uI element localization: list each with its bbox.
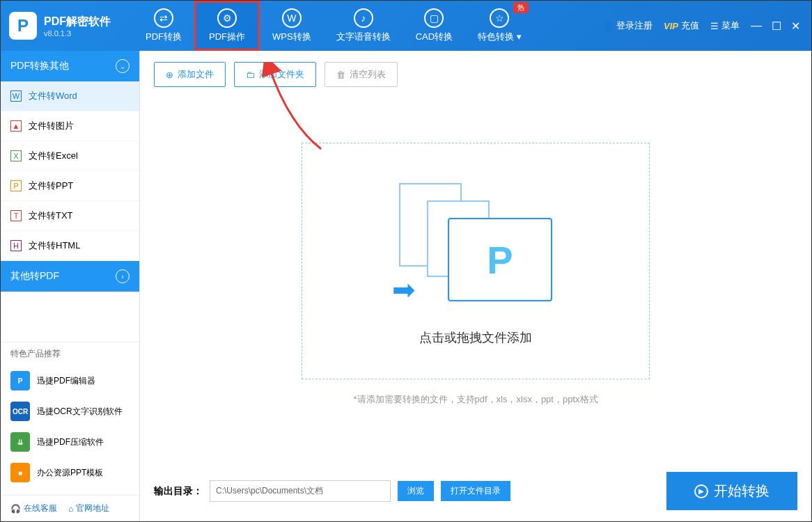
open-dir-button[interactable]: 打开文件目录 xyxy=(441,481,510,501)
promo-title: 特色产品推荐 xyxy=(1,342,139,365)
promo-compress[interactable]: ⇊ 迅捷PDF压缩软件 xyxy=(1,427,139,457)
excel-icon: X xyxy=(10,150,22,161)
folder-plus-icon: 🗀 xyxy=(246,70,255,80)
toolbar: ⊕ 添加文件 🗀 添加文件夹 🗑 清空列表 xyxy=(154,62,797,87)
sidebar-item-to-ppt[interactable]: P 文件转PPT xyxy=(1,171,139,201)
header-bar: P PDF解密软件 v8.0.1.3 ⇄ PDF转换 ⚙ PDF操作 W WPS… xyxy=(1,1,811,51)
bottom-bar: 输出目录： C:\Users\pc\Documents\文档 浏览 打开文件目录… xyxy=(154,461,797,510)
user-icon: 👤 xyxy=(602,21,614,31)
pdf-editor-icon: P xyxy=(10,371,30,390)
output-label: 输出目录： xyxy=(154,485,203,498)
star-icon: ☆ xyxy=(490,8,509,28)
sidebar-section-other-to-pdf[interactable]: 其他转PDF › xyxy=(1,261,139,292)
chevron-right-icon: › xyxy=(116,269,130,283)
add-folder-button[interactable]: 🗀 添加文件夹 xyxy=(234,62,316,87)
chevron-down-icon: ⌄ xyxy=(116,59,130,73)
nav-tab-pdf-convert[interactable]: ⇄ PDF转换 xyxy=(133,1,194,51)
nav-tab-wps[interactable]: W WPS转换 xyxy=(260,1,324,51)
close-button[interactable]: ✕ xyxy=(791,19,800,33)
drop-zone[interactable]: P ➡ 点击或拖拽文件添加 xyxy=(302,143,650,379)
word-icon: W xyxy=(10,90,22,102)
nav-tab-cad[interactable]: ▢ CAD转换 xyxy=(403,1,465,51)
gear-icon: ⚙ xyxy=(217,8,237,28)
app-version: v8.0.1.3 xyxy=(44,29,111,38)
minimize-button[interactable]: — xyxy=(751,19,762,33)
ocr-icon: OCR xyxy=(10,402,30,421)
arrow-right-icon: ➡ xyxy=(392,274,416,306)
promo-ppt-template[interactable]: ■ 办公资源PPT模板 xyxy=(1,457,139,488)
drop-text: 点击或拖拽文件添加 xyxy=(419,329,532,346)
sidebar-item-to-excel[interactable]: X 文件转Excel xyxy=(1,141,139,171)
drop-illustration: P ➡ xyxy=(392,176,559,315)
nav-tab-pdf-operate[interactable]: ⚙ PDF操作 xyxy=(194,1,260,51)
hot-badge: 热 xyxy=(513,2,529,13)
template-icon: ■ xyxy=(10,463,30,482)
sidebar-item-to-html[interactable]: H 文件转HTML xyxy=(1,231,139,261)
maximize-button[interactable]: ☐ xyxy=(772,19,781,33)
headset-icon: 🎧 xyxy=(10,504,21,514)
sidebar: PDF转换其他 ⌄ W 文件转Word ▲ 文件转图片 X 文件转Excel P… xyxy=(1,51,140,521)
image-icon: ▲ xyxy=(10,120,22,132)
ppt-icon: P xyxy=(10,180,22,191)
wps-icon: W xyxy=(282,8,302,28)
sidebar-section-pdf-to-other[interactable]: PDF转换其他 ⌄ xyxy=(1,51,139,81)
home-icon: ⌂ xyxy=(68,504,73,514)
txt-icon: T xyxy=(10,210,22,221)
add-file-button[interactable]: ⊕ 添加文件 xyxy=(154,62,226,87)
app-logo-icon: P xyxy=(9,12,37,40)
sidebar-item-to-image[interactable]: ▲ 文件转图片 xyxy=(1,111,139,141)
app-name: PDF解密软件 xyxy=(44,15,111,29)
start-convert-button[interactable]: ▶ 开始转换 xyxy=(666,472,797,510)
html-icon: H xyxy=(10,240,22,251)
menu-button[interactable]: ☰ 菜单 xyxy=(710,19,740,32)
logo-area: P PDF解密软件 v8.0.1.3 xyxy=(1,12,119,40)
cad-icon: ▢ xyxy=(424,8,444,28)
nav-tab-special[interactable]: 热 ☆ 特色转换 ▾ xyxy=(465,1,534,51)
sidebar-item-to-txt[interactable]: T 文件转TXT xyxy=(1,201,139,231)
play-icon: ▶ xyxy=(694,484,708,498)
compress-icon: ⇊ xyxy=(10,432,30,452)
login-button[interactable]: 👤 登录注册 xyxy=(602,19,653,32)
promo-pdf-editor[interactable]: P 迅捷PDF编辑器 xyxy=(1,365,139,396)
sidebar-item-to-word[interactable]: W 文件转Word xyxy=(1,81,139,111)
menu-icon: ☰ xyxy=(710,21,719,31)
customer-service-link[interactable]: 🎧 在线客服 xyxy=(10,503,57,514)
header-right: 👤 登录注册 VIP充值 ☰ 菜单 — ☐ ✕ xyxy=(602,19,811,33)
nav-tab-audio[interactable]: ♪ 文字语音转换 xyxy=(324,1,403,51)
trash-icon: 🗑 xyxy=(336,70,345,80)
promo-ocr[interactable]: OCR 迅捷OCR文字识别软件 xyxy=(1,396,139,427)
audio-icon: ♪ xyxy=(354,8,373,28)
output-path-field[interactable]: C:\Users\pc\Documents\文档 xyxy=(210,480,391,502)
nav-tabs: ⇄ PDF转换 ⚙ PDF操作 W WPS转换 ♪ 文字语音转换 ▢ CAD转换… xyxy=(133,1,534,51)
format-hint: *请添加需要转换的文件，支持pdf，xls，xlsx，ppt，pptx格式 xyxy=(154,393,797,406)
vip-button[interactable]: VIP充值 xyxy=(664,19,699,32)
convert-icon: ⇄ xyxy=(154,8,173,28)
clear-list-button[interactable]: 🗑 清空列表 xyxy=(325,62,398,87)
browse-button[interactable]: 浏览 xyxy=(398,481,434,501)
file-plus-icon: ⊕ xyxy=(166,70,173,80)
main-area: ⊕ 添加文件 🗀 添加文件夹 🗑 清空列表 P ➡ 点击或 xyxy=(140,51,811,521)
official-site-link[interactable]: ⌂ 官网地址 xyxy=(68,503,109,514)
promo-section: 特色产品推荐 P 迅捷PDF编辑器 OCR 迅捷OCR文字识别软件 ⇊ 迅捷PD… xyxy=(1,335,139,495)
